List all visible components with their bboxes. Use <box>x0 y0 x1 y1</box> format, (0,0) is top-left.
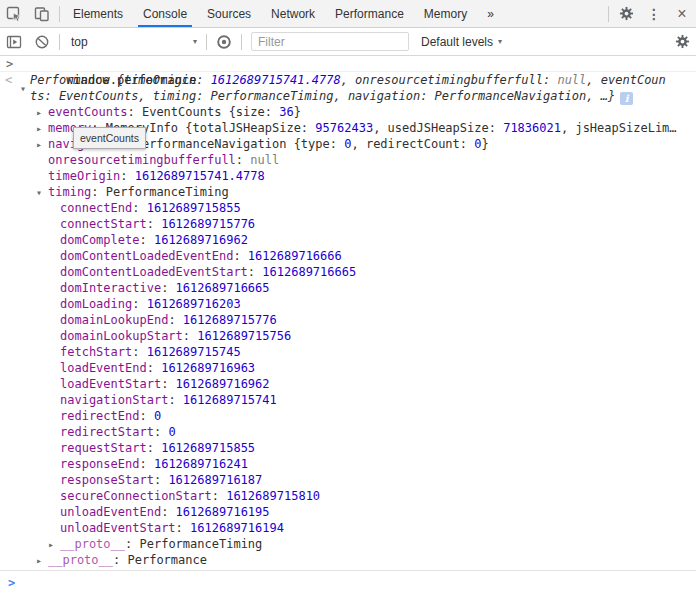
property-value: : <box>161 505 175 519</box>
main-toolbar: ElementsConsoleSourcesNetworkPerformance… <box>0 0 696 28</box>
property-value: 1612689715855 <box>161 441 255 455</box>
property-value: 1612689716241 <box>154 457 248 471</box>
property-value: , jsHeapSizeLim… <box>561 121 677 135</box>
property-row-proto-performance-timing[interactable]: ▸__proto__: PerformanceTiming <box>0 536 696 552</box>
clear-console-button[interactable] <box>28 28 56 55</box>
property-value: , usedJSHeapSize: <box>373 121 503 135</box>
property-row-domInteractive: domInteractive: 1612689716665 <box>0 280 696 296</box>
object-preview-line1[interactable]: Performance {timeOrigin: 1612689715741.4… <box>0 72 696 88</box>
expand-triangle-icon[interactable]: ▸ <box>36 105 42 121</box>
property-row-domComplete: domComplete: 1612689716962 <box>0 232 696 248</box>
property-value: : <box>168 313 182 327</box>
property-row-fetchStart: fetchStart: 1612689715745 <box>0 344 696 360</box>
tab-strip: ElementsConsoleSourcesNetworkPerformance… <box>63 0 504 27</box>
property-value: 95762433 <box>315 121 373 135</box>
object-preview-line2[interactable]: ts: EventCounts, timing: PerformanceTimi… <box>0 88 696 104</box>
property-value: ts: EventCounts, timing: PerformanceTimi… <box>30 89 615 103</box>
property-name: loadEventStart <box>60 377 161 391</box>
tab-performance[interactable]: Performance <box>325 0 414 27</box>
property-row-responseEnd: responseEnd: 1612689716241 <box>0 456 696 472</box>
tab-elements[interactable]: Elements <box>63 0 133 27</box>
expand-triangle-icon[interactable]: ▸ <box>36 553 42 569</box>
gear-icon <box>619 6 634 21</box>
property-name: responseEnd <box>60 457 139 471</box>
property-value: } <box>482 137 489 151</box>
property-value: : <box>132 345 146 359</box>
property-value: 71836021 <box>503 121 561 135</box>
property-value: : <box>154 473 168 487</box>
property-value: : <box>161 281 175 295</box>
property-value: 1612689716666 <box>248 249 342 263</box>
property-name: domLoading <box>60 297 132 311</box>
tooltip: eventCounts <box>73 127 146 149</box>
property-value: : <box>233 249 247 263</box>
property-value: : <box>168 393 182 407</box>
toolbar-divider <box>59 6 60 22</box>
chevron-down-icon: ▾ <box>193 37 197 46</box>
property-value: : Performance <box>113 553 207 567</box>
close-devtools-button[interactable]: × <box>668 0 696 27</box>
property-value: 1612689715745 <box>147 345 241 359</box>
returned-value-icon: < <box>5 72 12 88</box>
property-row-responseStart: responseStart: 1612689716187 <box>0 472 696 488</box>
command-chevron-icon: > <box>6 56 13 72</box>
property-value: 1612689716665 <box>176 281 270 295</box>
property-value: 1612689716203 <box>147 297 241 311</box>
overflow-menu-button[interactable]: ⋮ <box>640 0 668 27</box>
property-name: redirectEnd <box>60 409 139 423</box>
tab-more-tabs[interactable]: » <box>477 0 504 27</box>
expand-triangle-icon[interactable]: ▸ <box>36 121 42 137</box>
property-name: domContentLoadedEventStart <box>60 265 248 279</box>
property-value: } <box>294 105 301 119</box>
live-expression-button[interactable] <box>210 28 238 55</box>
tab-sources[interactable]: Sources <box>197 0 261 27</box>
console-prompt[interactable]: > <box>0 570 696 598</box>
property-name: secureConnectionStart <box>60 489 212 503</box>
tab-memory[interactable]: Memory <box>414 0 477 27</box>
collapse-triangle-icon[interactable]: ▾ <box>36 185 42 201</box>
settings-gear-button[interactable] <box>612 0 640 27</box>
property-value: 0 <box>168 425 175 439</box>
expand-triangle-icon[interactable]: ▸ <box>36 137 42 153</box>
property-row-secureConnectionStart: secureConnectionStart: 1612689715810 <box>0 488 696 504</box>
property-value: : <box>183 329 197 343</box>
property-value: 1612689716195 <box>176 505 270 519</box>
property-value: 1612689716963 <box>161 361 255 375</box>
tab-console[interactable]: Console <box>133 0 197 27</box>
console-sidebar-toggle-button[interactable] <box>0 28 28 55</box>
log-levels-dropdown[interactable]: Default levels ▾ <box>415 35 508 49</box>
property-value: 1612689715776 <box>161 217 255 231</box>
console-sidebar-icon <box>6 34 22 50</box>
property-value: : <box>132 297 146 311</box>
property-value: 1612689715741.4778 <box>211 73 341 87</box>
devtools-window: ElementsConsoleSourcesNetworkPerformance… <box>0 0 696 601</box>
property-row-redirectStart: redirectStart: 0 <box>0 424 696 440</box>
property-value: : EventCounts {size: <box>127 105 279 119</box>
inspect-element-button[interactable] <box>0 0 28 27</box>
property-name: __proto__ <box>60 537 125 551</box>
more-options-icon: ⋮ <box>647 7 661 21</box>
property-value: : <box>139 457 153 471</box>
expand-triangle-icon[interactable]: ▸ <box>48 537 54 553</box>
property-value: : <box>161 377 175 391</box>
property-value: null <box>557 73 586 87</box>
property-row-proto-performance[interactable]: ▸__proto__: Performance <box>0 552 696 568</box>
property-row-timing[interactable]: ▾timing: PerformanceTiming <box>0 184 696 200</box>
collapse-triangle-icon[interactable]: ▾ <box>20 81 26 97</box>
property-value: : <box>139 409 153 423</box>
property-row-loadEventEnd: loadEventEnd: 1612689716963 <box>0 360 696 376</box>
property-value: : <box>248 265 262 279</box>
execution-context-selector[interactable]: top ▾ <box>63 28 203 55</box>
console-settings-button[interactable] <box>668 28 696 55</box>
property-row-navigationStart: navigationStart: 1612689715741 <box>0 392 696 408</box>
property-row-domContentLoadedEventEnd: domContentLoadedEventEnd: 1612689716666 <box>0 248 696 264</box>
log-levels-label: Default levels <box>421 35 493 49</box>
tab-network[interactable]: Network <box>261 0 325 27</box>
filter-input[interactable] <box>251 32 409 51</box>
property-name: __proto__ <box>48 553 113 567</box>
property-row-eventCounts[interactable]: ▸eventCounts: EventCounts {size: 36} <box>0 104 696 120</box>
property-row-loadEventStart: loadEventStart: 1612689716962 <box>0 376 696 392</box>
device-toolbar-button[interactable] <box>28 0 56 27</box>
property-row-requestStart: requestStart: 1612689715855 <box>0 440 696 456</box>
property-name: connectStart <box>60 217 147 231</box>
